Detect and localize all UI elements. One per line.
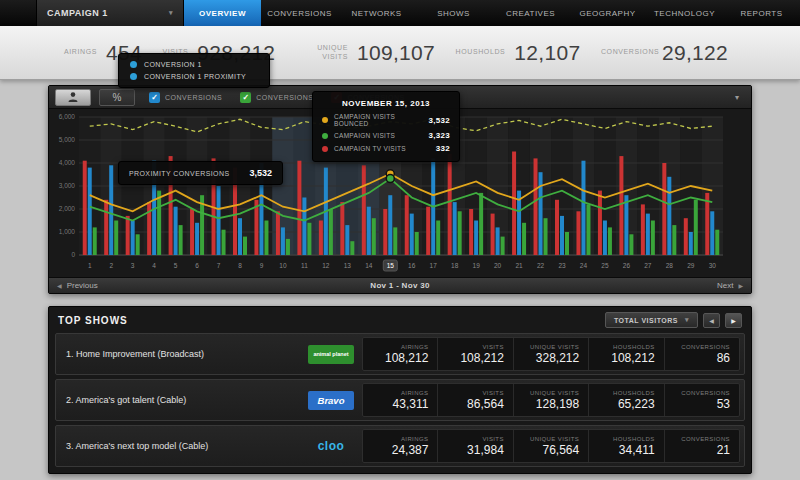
svg-text:18: 18 (451, 262, 459, 269)
show-stat-cell: AIRINGS108,212 (363, 338, 437, 370)
show-stat-label: CONVERSIONS (681, 436, 730, 442)
svg-text:10: 10 (279, 262, 287, 269)
show-stat-value: 76,564 (543, 443, 580, 457)
show-stat-cell: HOUSHOLDS108,212 (588, 338, 663, 370)
show-stat-value: 21 (717, 443, 730, 457)
user-icon (67, 91, 79, 103)
svg-text:6,000: 6,000 (59, 113, 76, 120)
metric-selector-button[interactable]: TOTAL VISITORS ▾ (605, 312, 698, 328)
summary-stat-label: HOUSHOLDS (456, 48, 506, 57)
svg-text:29: 29 (687, 262, 695, 269)
tab-shows[interactable]: SHOWS (415, 0, 492, 26)
show-stat-label: AIRINGS (401, 344, 428, 350)
tab-networks[interactable]: NETWORKS (338, 0, 415, 26)
summary-stat: UNIQUE VISITS109,107 (296, 41, 435, 65)
tab-overview[interactable]: OVERVIEW (184, 0, 261, 26)
show-stat-label: UNIQUE VISITS (530, 390, 579, 396)
top-shows-panel: TOP SHOWS TOTAL VISITORS ▾ ◀ ▶ 1. Home I… (48, 306, 752, 474)
series-toggle-label: CONVERSIONS (256, 94, 313, 101)
show-stat-cell: CONVERSIONS53 (664, 384, 739, 416)
summary-stat-value: 109,107 (357, 41, 435, 65)
show-stat-cell: VISITS108,212 (437, 338, 512, 370)
top-nav: CAMPAIGN 1 ▾ OVERVIEWCONVERSIONSNETWORKS… (0, 0, 800, 26)
date-tooltip-value: 3,532 (428, 116, 450, 125)
left-arrow-icon: ◀ (57, 282, 62, 289)
show-stat-label: VISITS (482, 344, 503, 350)
next-page-button[interactable]: Next ▶ (653, 281, 743, 290)
campaign-selector[interactable]: CAMPAIGN 1 ▾ (36, 0, 184, 26)
show-stat-value: 43,311 (393, 397, 429, 411)
show-stat-cell: CONVERSIONS86 (664, 338, 739, 370)
svg-text:2,000: 2,000 (59, 205, 76, 212)
tab-creatives[interactable]: CREATIVES (492, 0, 569, 26)
show-row[interactable]: 1. Home Improvement (Broadcast)animal pl… (55, 333, 745, 375)
tab-reports[interactable]: REPORTS (723, 0, 800, 26)
percent-mode-button[interactable]: % (99, 89, 135, 106)
show-stat-value: 53 (717, 397, 730, 411)
metric-selector-label: TOTAL VISITORS (614, 317, 678, 324)
svg-text:22: 22 (537, 262, 545, 269)
shows-next-button[interactable]: ▶ (725, 313, 742, 328)
tab-technology[interactable]: TECHNOLOGY (646, 0, 723, 26)
show-stat-value: 328,212 (536, 351, 579, 365)
svg-text:5,000: 5,000 (59, 136, 76, 143)
legend-tooltip-label: CONVERSION 1 (144, 61, 202, 68)
show-row[interactable]: 3. America's next top model (Cable)clooA… (55, 425, 745, 467)
show-stat-label: UNIQUE VISITS (530, 344, 579, 350)
svg-text:12: 12 (322, 262, 330, 269)
svg-text:11: 11 (301, 262, 308, 269)
summary-stat-value: 12,107 (514, 41, 580, 65)
show-stat-label: HOUSHOLDS (613, 344, 655, 350)
date-tooltip-value: 3,323 (428, 131, 450, 140)
date-tooltip-label: CAMPAIGN VISITS BOUNCED (334, 113, 422, 127)
previous-label: Previous (67, 281, 98, 290)
date-tooltip-value: 332 (436, 144, 450, 153)
chart-options-caret[interactable]: ▾ (735, 93, 745, 102)
checkbox-icon[interactable]: ✓ (149, 92, 160, 103)
show-stat-label: AIRINGS (401, 436, 428, 442)
show-stat-cell: HOUSHOLDS34,411 (588, 430, 663, 462)
show-stat-label: CONVERSIONS (681, 390, 730, 396)
show-stat-value: 34,411 (619, 443, 655, 457)
series-dot-icon (322, 133, 328, 139)
visitors-mode-button[interactable] (55, 89, 91, 106)
show-stat-value: 108,212 (611, 351, 654, 365)
svg-text:20: 20 (494, 262, 502, 269)
show-name: 2. America's got talent (Cable) (66, 395, 308, 405)
summary-stat-label: AIRINGS (64, 48, 97, 57)
svg-text:28: 28 (666, 262, 674, 269)
show-stat-cell: AIRINGS43,311 (363, 384, 437, 416)
nav-tabs: OVERVIEWCONVERSIONSNETWORKSSHOWSCREATIVE… (184, 0, 800, 26)
previous-page-button[interactable]: ◀ Previous (57, 281, 147, 290)
svg-text:3,000: 3,000 (59, 182, 76, 189)
show-stat-value: 108,212 (460, 351, 503, 365)
network-logo: animal planet (308, 345, 354, 364)
show-stat-value: 65,223 (618, 397, 655, 411)
legend-tooltip-label: CONVERSION 1 PROXIMITY (144, 73, 246, 80)
tab-geography[interactable]: GEOGRAPHY (569, 0, 646, 26)
show-stat-cell: VISITS86,564 (437, 384, 512, 416)
svg-text:2: 2 (109, 262, 113, 269)
checkbox-icon[interactable]: ✓ (240, 92, 251, 103)
svg-text:5: 5 (174, 262, 178, 269)
conversion-legend-tooltip: CONVERSION 1CONVERSION 1 PROXIMITY (118, 53, 270, 88)
svg-text:19: 19 (473, 262, 481, 269)
svg-text:30: 30 (709, 262, 717, 269)
svg-text:25: 25 (601, 262, 609, 269)
svg-text:4: 4 (152, 262, 156, 269)
show-stat-value: 128,198 (536, 397, 579, 411)
show-stat-cell: AIRINGS24,387 (363, 430, 437, 462)
show-row[interactable]: 2. America's got talent (Cable)BravoAIRI… (55, 379, 745, 421)
legend-tooltip-row: CONVERSION 1 PROXIMITY (130, 73, 258, 80)
summary-stat: HOUSHOLDS12,107 (456, 41, 581, 65)
show-stat-cell: UNIQUE VISITS76,564 (513, 430, 588, 462)
svg-text:15: 15 (387, 262, 395, 269)
show-name: 1. Home Improvement (Broadcast) (66, 349, 308, 359)
svg-text:9: 9 (260, 262, 264, 269)
show-stat-cell: HOUSHOLDS65,223 (588, 384, 663, 416)
tab-conversions[interactable]: CONVERSIONS (261, 0, 338, 26)
summary-stat-label: UNIQUE VISITS (296, 44, 348, 62)
shows-prev-button[interactable]: ◀ (703, 313, 720, 328)
svg-text:23: 23 (558, 262, 566, 269)
legend-tooltip-row: CONVERSION 1 (130, 61, 258, 68)
